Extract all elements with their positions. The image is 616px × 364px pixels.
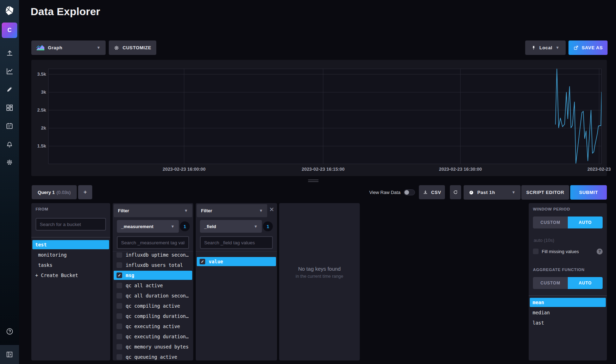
list-item[interactable]: qc_queueing_active bbox=[114, 352, 192, 360]
divider bbox=[196, 251, 277, 252]
field-search-input[interactable] bbox=[200, 236, 273, 249]
fill-missing-checkbox[interactable] bbox=[533, 249, 539, 254]
y-axis-tick-label: 3k bbox=[31, 89, 46, 95]
checkbox[interactable] bbox=[117, 262, 122, 268]
list-item[interactable]: + Create Bucket bbox=[32, 271, 109, 280]
influxdb-logo-icon[interactable] bbox=[0, 3, 19, 18]
checkbox[interactable] bbox=[117, 293, 122, 299]
line-chart-plot[interactable] bbox=[48, 69, 602, 164]
help-tooltip-icon[interactable]: ? bbox=[597, 249, 603, 255]
checkbox[interactable]: ✓ bbox=[200, 259, 205, 264]
list-item[interactable]: ✓msg bbox=[114, 271, 192, 280]
chevron-down-icon: ▼ bbox=[512, 190, 516, 194]
list-item[interactable]: qc_all_duration_seconds bbox=[114, 291, 192, 300]
refresh-button[interactable] bbox=[450, 185, 461, 199]
help-icon[interactable] bbox=[0, 324, 19, 338]
checkbox[interactable] bbox=[117, 313, 122, 319]
query-duration: (0.03s) bbox=[56, 190, 70, 195]
list-item[interactable]: qc_executing_duration_seconds bbox=[114, 332, 192, 341]
list-item[interactable]: influxdb_users_total bbox=[114, 261, 192, 270]
checkbox[interactable]: ✓ bbox=[117, 272, 122, 278]
save-as-button[interactable]: SAVE AS bbox=[568, 40, 608, 55]
data-explorer-icon[interactable] bbox=[0, 64, 19, 78]
export-icon bbox=[573, 45, 579, 50]
add-query-button[interactable]: + bbox=[78, 185, 92, 199]
refresh-icon bbox=[453, 189, 458, 195]
close-icon[interactable]: ✕ bbox=[269, 207, 274, 213]
list-item[interactable]: influxdb_uptime_seconds bbox=[114, 252, 192, 259]
upload-icon[interactable] bbox=[0, 46, 19, 60]
settings-gear-icon[interactable] bbox=[0, 155, 19, 169]
view-raw-data-toggle[interactable] bbox=[404, 189, 415, 195]
filter-type-dropdown[interactable]: Filter ▼ bbox=[197, 204, 267, 217]
list-item[interactable]: qc_executing_active bbox=[114, 322, 192, 331]
checkbox[interactable] bbox=[117, 303, 122, 309]
list-item[interactable]: median bbox=[530, 308, 606, 317]
x-axis-tick-label: 2023-02-23 16:00:00 bbox=[163, 167, 206, 172]
list-item-label: qc_memory_unused_bytes bbox=[126, 344, 189, 350]
chevron-down-icon: ▼ bbox=[184, 209, 188, 213]
dashboards-icon[interactable] bbox=[0, 101, 19, 115]
query-tab[interactable]: Query 1 (0.03s) bbox=[32, 185, 77, 199]
selected-count-badge: 1 bbox=[180, 221, 190, 231]
chevron-down-icon: ▼ bbox=[97, 46, 101, 50]
chart-panel: 3.5k3k2.5k2k1.5k2023-02-23 16:00:002023-… bbox=[31, 60, 607, 176]
custom-button[interactable]: CUSTOM bbox=[533, 277, 568, 289]
list-item[interactable]: mean bbox=[530, 298, 606, 307]
time-range-dropdown[interactable]: Past 1h ▼ bbox=[464, 185, 521, 200]
query-options-panel: WINDOW PERIOD CUSTOM AUTO auto (10s) Fil… bbox=[529, 203, 607, 360]
script-editor-button[interactable]: SCRIPT EDITOR bbox=[521, 185, 569, 200]
customize-button[interactable]: CUSTOMIZE bbox=[109, 40, 156, 55]
list-item[interactable]: last bbox=[530, 318, 606, 327]
x-axis-tick-label: 2023-02-23 bbox=[587, 167, 611, 172]
list-item-label: mean bbox=[533, 300, 544, 305]
local-dropdown[interactable]: Local ▼ bbox=[525, 40, 566, 55]
tasks-calendar-icon[interactable] bbox=[0, 119, 19, 133]
x-axis-tick-label: 2023-02-23 16:30:00 bbox=[439, 167, 482, 172]
from-header: FROM bbox=[36, 207, 48, 211]
measurement-search-input[interactable] bbox=[117, 236, 189, 249]
alerts-bell-icon[interactable] bbox=[0, 137, 19, 151]
download-icon bbox=[423, 190, 428, 195]
list-item[interactable]: qc_compiling_duration_seconds bbox=[114, 312, 192, 321]
submit-label: SUBMIT bbox=[579, 190, 598, 195]
measurement-filter-panel: Filter ▼ _measurement ▼ 1 influxdb_uptim… bbox=[113, 203, 193, 360]
submit-button[interactable]: SUBMIT bbox=[570, 185, 607, 200]
time-range-label: Past 1h bbox=[477, 190, 495, 195]
list-item-label: influxdb_uptime_seconds bbox=[126, 252, 189, 258]
y-axis-tick-label: 2k bbox=[31, 125, 46, 131]
list-item[interactable]: qc_memory_unused_bytes bbox=[114, 342, 192, 351]
bucket-list: test_monitoring_tasks+ Create Bucket bbox=[32, 239, 109, 360]
bucket-search-input[interactable] bbox=[36, 218, 106, 231]
resize-drag-handle[interactable] bbox=[308, 180, 319, 183]
list-item[interactable]: _monitoring bbox=[32, 250, 109, 259]
notebooks-pencil-icon[interactable] bbox=[0, 82, 19, 96]
clock-icon bbox=[469, 190, 474, 195]
tag-key-dropdown[interactable]: _measurement ▼ bbox=[117, 220, 179, 233]
chevron-down-icon: ▼ bbox=[555, 46, 560, 50]
checkbox[interactable] bbox=[117, 252, 122, 258]
list-item[interactable]: test bbox=[32, 240, 109, 249]
list-item[interactable]: _tasks bbox=[32, 261, 109, 270]
filter-type-dropdown[interactable]: Filter ▼ bbox=[114, 204, 192, 217]
list-item[interactable]: ✓value bbox=[197, 257, 276, 266]
checkbox[interactable] bbox=[117, 283, 122, 288]
tag-key-dropdown[interactable]: _field ▼ bbox=[200, 220, 262, 233]
view-type-dropdown[interactable]: Graph ▼ bbox=[31, 40, 106, 55]
checkbox[interactable] bbox=[117, 344, 122, 350]
y-axis-tick-label: 3.5k bbox=[31, 71, 46, 77]
checkbox[interactable] bbox=[117, 334, 122, 339]
expand-sidebar-icon[interactable] bbox=[0, 345, 19, 364]
auto-window-value: auto (10s) bbox=[534, 238, 554, 243]
auto-button[interactable]: AUTO bbox=[568, 216, 603, 228]
list-item-label: test bbox=[35, 242, 47, 247]
list-item[interactable]: qc_all_active bbox=[114, 281, 192, 290]
custom-button[interactable]: CUSTOM bbox=[533, 216, 568, 228]
csv-button[interactable]: CSV bbox=[419, 185, 445, 199]
data-explorer-page: C bbox=[0, 0, 616, 364]
checkbox[interactable] bbox=[117, 354, 122, 360]
org-avatar[interactable]: C bbox=[2, 23, 17, 38]
checkbox[interactable] bbox=[117, 324, 122, 329]
list-item[interactable]: qc_compiling_active bbox=[114, 301, 192, 310]
auto-button[interactable]: AUTO bbox=[568, 277, 603, 289]
